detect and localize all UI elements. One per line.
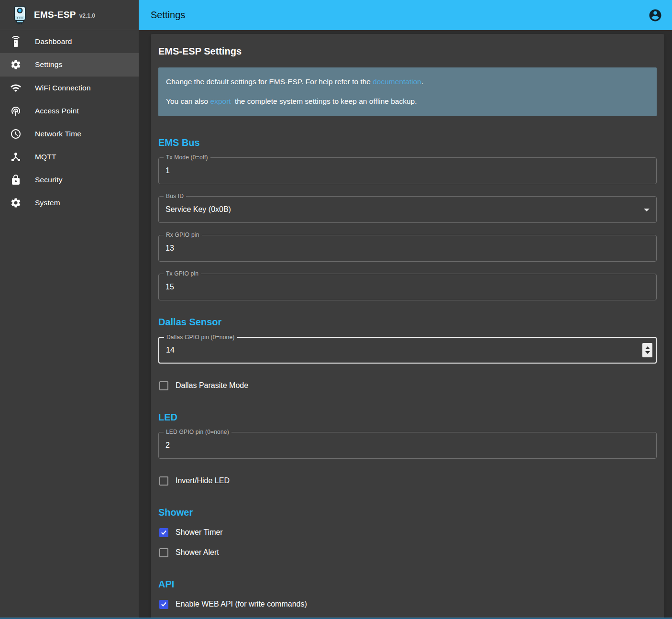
checkbox-box[interactable] <box>159 381 168 390</box>
page: EMS-ESP v2.1.0 Dashboard Settings <box>0 0 672 618</box>
spinner-down-icon[interactable] <box>645 351 650 354</box>
checkbox-box[interactable] <box>159 548 168 557</box>
tx-mode-input[interactable] <box>159 158 656 184</box>
sidebar-item-label: MQTT <box>35 153 56 161</box>
content-area: EMS-ESP Settings Change the default sett… <box>139 30 672 618</box>
led-gpio-field: LED GPIO pin (0=none) <box>158 432 657 459</box>
dallas-gpio-field: Dallas GPIO pin (0=none) <box>158 337 657 364</box>
card-title: EMS-ESP Settings <box>158 45 657 57</box>
appbar: Settings <box>139 0 672 30</box>
lock-icon <box>10 174 22 186</box>
checkbox-box[interactable] <box>159 476 168 486</box>
wifi-icon <box>10 82 22 94</box>
sidebar-item-access-point[interactable]: Access Point <box>0 99 139 122</box>
sidebar-item-mqtt[interactable]: MQTT <box>0 145 139 168</box>
checkbox-box[interactable] <box>159 600 168 609</box>
info-box: Change the default settings for EMS-ESP.… <box>158 67 657 116</box>
info-text: Change the default settings for EMS-ESP.… <box>166 77 373 86</box>
sidebar-item-dashboard[interactable]: Dashboard <box>0 30 139 53</box>
info-text: You can also <box>166 97 210 105</box>
section-title-shower: Shower <box>158 507 657 518</box>
number-spinner[interactable] <box>642 343 652 357</box>
tx-gpio-field: Tx GPIO pin <box>158 274 657 300</box>
gear-icon <box>10 197 22 209</box>
clock-icon <box>10 128 22 140</box>
account-circle-icon[interactable] <box>648 8 662 22</box>
sidebar-item-settings[interactable]: Settings <box>0 53 139 76</box>
tx-gpio-input[interactable] <box>159 274 656 300</box>
info-text: . <box>421 77 423 86</box>
section-title-ems-bus: EMS Bus <box>158 137 657 148</box>
sidebar-nav: Dashboard Settings WiFi Connection Acces <box>0 30 139 214</box>
rx-gpio-field: Rx GPIO pin <box>158 235 657 262</box>
device-hub-icon <box>10 151 22 163</box>
section-title-api: API <box>158 579 657 590</box>
info-line-2: You can also export the complete system … <box>166 96 649 106</box>
page-title: Settings <box>151 10 648 21</box>
spinner-up-icon[interactable] <box>645 346 650 349</box>
app-version: v2.1.0 <box>79 12 95 19</box>
checkbox-label: Dallas Parasite Mode <box>176 381 248 390</box>
checkbox-box[interactable] <box>159 528 168 537</box>
sidebar-item-label: Security <box>35 176 63 184</box>
checkbox-label: Shower Alert <box>176 548 219 557</box>
wifi-tethering-icon <box>10 105 22 117</box>
info-text: the complete system settings to keep an … <box>233 97 417 105</box>
sidebar-item-network-time[interactable]: Network Time <box>0 122 139 145</box>
dropdown-arrow-icon <box>644 209 650 211</box>
checkbox-label: Shower Timer <box>176 528 223 537</box>
sidebar-item-wifi-connection[interactable]: WiFi Connection <box>0 77 139 99</box>
bus-id-value: Service Key (0x0B) <box>165 205 231 214</box>
shower-alert-checkbox[interactable]: Shower Alert <box>158 542 657 563</box>
export-link[interactable]: export <box>210 97 231 105</box>
dallas-gpio-input[interactable] <box>159 338 656 363</box>
gear-icon <box>10 59 22 70</box>
shower-timer-checkbox[interactable]: Shower Timer <box>158 522 657 542</box>
dallas-parasite-checkbox[interactable]: Dallas Parasite Mode <box>158 376 657 396</box>
sidebar-item-label: Access Point <box>35 107 79 115</box>
invert-led-checkbox[interactable]: Invert/Hide LED <box>158 471 657 491</box>
section-title-led: LED <box>158 412 657 423</box>
ems-esp-logo-icon <box>13 5 26 25</box>
info-line-1: Change the default settings for EMS-ESP.… <box>166 77 649 87</box>
sidebar-item-system[interactable]: System <box>0 191 139 214</box>
bus-id-select[interactable]: Bus ID Service Key (0x0B) <box>158 196 657 223</box>
documentation-link[interactable]: documentation <box>373 77 421 86</box>
settings-card: EMS-ESP Settings Change the default sett… <box>151 34 664 618</box>
sidebar-item-label: Network Time <box>35 130 81 138</box>
sidebar-item-label: Settings <box>35 60 63 69</box>
tx-mode-field: Tx Mode (0=off) <box>158 157 657 184</box>
sidebar: EMS-ESP v2.1.0 Dashboard Settings <box>0 0 139 618</box>
main-column: Settings EMS-ESP Settings Change the def… <box>139 0 672 618</box>
sidebar-header: EMS-ESP v2.1.0 <box>0 0 139 30</box>
checkbox-label: Enable WEB API (for write commands) <box>176 600 307 608</box>
checkbox-label: Invert/Hide LED <box>176 476 230 485</box>
section-title-dallas: Dallas Sensor <box>158 317 657 328</box>
sidebar-item-label: Dashboard <box>35 37 72 46</box>
app-name: EMS-ESP <box>34 10 76 20</box>
settings-remote-icon <box>10 36 22 47</box>
enable-web-api-checkbox[interactable]: Enable WEB API (for write commands) <box>158 594 657 614</box>
sidebar-item-label: System <box>35 199 60 207</box>
rx-gpio-input[interactable] <box>159 235 656 261</box>
sidebar-item-security[interactable]: Security <box>0 168 139 191</box>
led-gpio-input[interactable] <box>159 432 656 458</box>
sidebar-item-label: WiFi Connection <box>35 84 91 92</box>
bus-id-label: Bus ID <box>164 193 186 200</box>
